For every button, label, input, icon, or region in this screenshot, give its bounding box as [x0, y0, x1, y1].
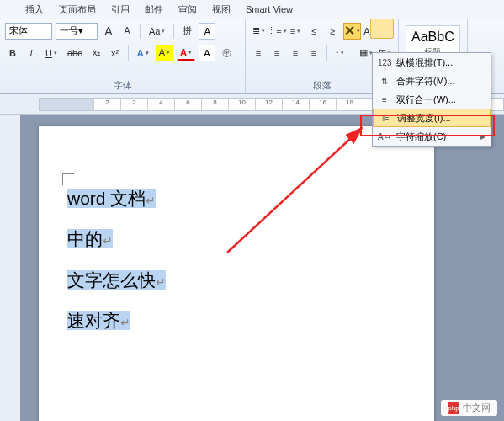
- indent-inc-button[interactable]: ≥: [325, 23, 340, 40]
- tab-view[interactable]: 视图: [212, 3, 231, 16]
- font-size-select[interactable]: 一号▾: [56, 23, 98, 40]
- enclose-button[interactable]: ㊥: [219, 45, 235, 61]
- bullets-button[interactable]: ≣: [251, 23, 266, 40]
- tab-references[interactable]: 引用: [111, 3, 130, 16]
- text-effects-button[interactable]: A: [134, 45, 152, 61]
- width-icon: ⊫: [379, 114, 392, 123]
- page-corner-mark: [62, 173, 74, 185]
- italic-button[interactable]: I: [24, 45, 39, 61]
- menu-char-scale[interactable]: A↔ 字符缩放(C) ▶: [373, 127, 491, 146]
- multilevel-button[interactable]: ≡: [288, 23, 303, 40]
- numbering-button[interactable]: ⋮≡: [269, 23, 284, 40]
- tab-layout[interactable]: 页面布局: [59, 3, 96, 16]
- highlight-button[interactable]: A: [156, 45, 173, 61]
- phonetic-button[interactable]: 拼: [179, 23, 195, 40]
- char-border-button[interactable]: A: [199, 23, 215, 40]
- menu-two-lines[interactable]: ≡ 双行合一(W)...: [373, 90, 491, 109]
- tab-review[interactable]: 审阅: [178, 3, 197, 16]
- ribbon-tabs: 插入 页面布局 引用 邮件 审阅 视图 Smart View: [0, 0, 504, 19]
- menu-vertical-horizontal[interactable]: 123 纵横混排(T)...: [373, 53, 491, 72]
- watermark: php 中文网: [441, 400, 497, 416]
- font-family-select[interactable]: 宋体: [5, 23, 52, 40]
- vh-icon: 123: [378, 58, 391, 67]
- subscript-button[interactable]: x₂: [89, 45, 104, 61]
- superscript-button[interactable]: x²: [108, 45, 123, 61]
- watermark-logo: php: [448, 402, 459, 414]
- font-color-button[interactable]: A: [177, 45, 195, 61]
- asian-layout-dropdown: 123 纵横混排(T)... ⇅ 合并字符(M)... ≡ 双行合一(W)...…: [372, 52, 491, 147]
- bold-button[interactable]: B: [5, 45, 20, 61]
- grow-font-button[interactable]: A: [101, 23, 116, 40]
- asian-layout-button[interactable]: ✕: [343, 23, 361, 40]
- align-justify-button[interactable]: ≡: [306, 45, 321, 61]
- align-right-button[interactable]: ≡: [288, 45, 303, 61]
- menu-adjust-width[interactable]: ⊫ 调整宽度(I)...: [373, 109, 491, 127]
- document-page[interactable]: word 文档 中的 文字怎么快 速对齐: [39, 126, 434, 421]
- tab-mail[interactable]: 邮件: [145, 3, 163, 16]
- combine-icon: ⇅: [378, 77, 391, 86]
- tab-insert[interactable]: 插入: [25, 3, 44, 16]
- char-shading-button[interactable]: A: [199, 45, 215, 61]
- font-group-label: 字体: [5, 77, 240, 92]
- change-case-button[interactable]: Aa: [146, 23, 168, 40]
- indent-dec-button[interactable]: ≤: [306, 23, 321, 40]
- line-spacing-button[interactable]: ↕: [332, 45, 347, 61]
- scale-icon: A↔: [378, 132, 391, 141]
- document-text[interactable]: word 文档 中的 文字怎么快 速对齐: [67, 179, 406, 341]
- vertical-ruler[interactable]: [0, 115, 20, 421]
- menu-combine-chars[interactable]: ⇅ 合并字符(M)...: [373, 72, 491, 90]
- submenu-arrow-icon: ▶: [480, 133, 485, 141]
- twoline-icon: ≡: [378, 95, 391, 104]
- document-area: word 文档 中的 文字怎么快 速对齐: [0, 115, 504, 421]
- font-group: 宋体 一号▾ A A Aa 拼 A B I U abc x₂ x² A A A: [0, 19, 246, 93]
- shrink-font-button[interactable]: A: [119, 23, 135, 40]
- strike-button[interactable]: abc: [64, 45, 86, 61]
- align-center-button[interactable]: ≡: [269, 45, 284, 61]
- align-left-button[interactable]: ≡: [251, 45, 266, 61]
- underline-button[interactable]: U: [42, 45, 61, 61]
- tab-smartview[interactable]: Smart View: [246, 4, 293, 14]
